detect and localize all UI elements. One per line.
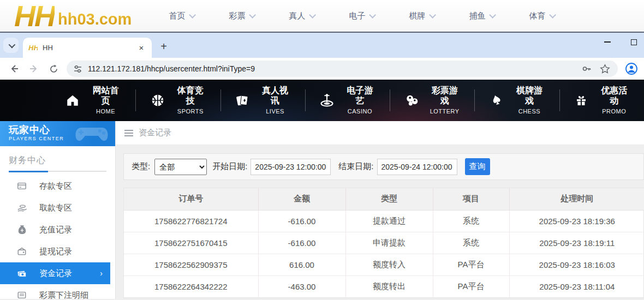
basketball-icon <box>149 92 166 109</box>
site-nav-label: 真人 <box>289 11 305 21</box>
chevron-down-icon <box>369 11 377 19</box>
site-logo[interactable]: HH hh03.com <box>14 3 132 28</box>
sidebar-section: 财务中心 <box>0 146 115 172</box>
cell-project: 系统 <box>433 232 509 254</box>
type-select[interactable]: 全部 <box>154 159 207 175</box>
cell-type: 提款通过 <box>345 210 433 232</box>
password-key-icon[interactable] <box>581 63 592 74</box>
site-nav-sports[interactable]: 体育 <box>529 11 554 21</box>
logo-hh-text: HH <box>14 3 55 28</box>
window-controls <box>601 33 640 51</box>
site-nav-home[interactable]: 首页 <box>169 11 194 21</box>
game-nav-en: SPORTS <box>177 108 204 115</box>
new-tab-button[interactable]: + <box>156 39 171 54</box>
gift-icon <box>573 92 590 109</box>
game-nav-zh: 网站首页 <box>93 86 119 105</box>
address-bar[interactable]: 112.121.172.181/hhcp/usercenter.html?ini… <box>67 61 618 77</box>
withdraw-record-icon <box>16 246 27 257</box>
roulette-icon <box>319 92 336 109</box>
sidebar-item-label: 取款专区 <box>39 203 72 213</box>
chevron-down-icon <box>490 11 497 19</box>
cell-amount: -616.00 <box>258 210 345 232</box>
game-nav-casino[interactable]: 电子游艺CASINO <box>306 88 390 112</box>
withdraw-hand-icon <box>16 202 27 213</box>
filter-bar: 类型: 全部 开始日期: 结束日期: 查询 <box>123 153 644 180</box>
avatar-icon <box>625 62 638 75</box>
recharge-bag-icon <box>16 224 27 235</box>
sidebar-item-deposit[interactable]: 存款专区 <box>0 175 115 197</box>
window-minimize-button[interactable] <box>601 36 613 48</box>
site-nav-label: 捕鱼 <box>469 11 485 21</box>
cell-amount: 616.00 <box>258 254 345 275</box>
cell-order-no: 1758622264342222 <box>124 275 258 297</box>
query-button[interactable]: 查询 <box>465 158 490 175</box>
game-nav-sports[interactable]: 体育竞技SPORTS <box>136 88 220 112</box>
cell-type: 申请提款 <box>345 232 433 254</box>
reload-button[interactable] <box>45 61 62 77</box>
window-maximize-button[interactable] <box>628 36 640 48</box>
table-row: 1758622751670415 -616.00 申请提款 系统 2025-09… <box>124 232 644 254</box>
section-divider <box>9 171 106 172</box>
site-nav-live[interactable]: 真人 <box>289 11 314 21</box>
hamburger-icon[interactable] <box>124 130 133 136</box>
col-header-order-no: 订单号 <box>124 188 258 210</box>
cell-time: 2025-09-23 18:16:03 <box>509 254 644 275</box>
omnibox-actions <box>581 63 610 74</box>
back-button[interactable] <box>6 61 22 77</box>
game-nav-promo[interactable]: 优惠活动PROMO <box>560 88 644 112</box>
game-nav-en: PROMO <box>602 108 626 115</box>
table-row: 1758622264342222 -463.00 额度转出 PA平台 2025-… <box>124 275 644 297</box>
col-header-project: 项目 <box>433 188 509 210</box>
site-nav-label: 彩票 <box>229 11 245 21</box>
game-nav-chess[interactable]: 棋牌游戏CHESS <box>475 88 559 112</box>
site-nav-lottery[interactable]: 彩票 <box>229 11 254 21</box>
spade-icon <box>488 92 505 109</box>
sidebar-item-funds-record[interactable]: 资金记录 › <box>0 262 110 284</box>
browser-tab[interactable]: HH HH × <box>23 38 152 58</box>
chevron-down-icon <box>309 11 317 19</box>
sidebar-header: 玩家中心 PLAYERS CENTER <box>0 121 115 146</box>
game-nav-lottery[interactable]: 彩票游戏LOTTERY <box>390 88 474 112</box>
site-nav-slots[interactable]: 电子 <box>349 11 374 21</box>
sidebar-item-withdraw-record[interactable]: 提现记录 <box>0 241 115 262</box>
game-nav-en: CHESS <box>518 108 540 115</box>
game-nav-zh: 电子游艺 <box>347 86 373 105</box>
table-header-row: 订单号 金额 类型 项目 处理时间 <box>124 188 644 210</box>
site-nav-fishing[interactable]: 捕鱼 <box>469 11 494 21</box>
bookmark-star-icon[interactable] <box>600 64 610 74</box>
cell-order-no: 1758622562909375 <box>124 254 258 275</box>
tab-close-icon[interactable]: × <box>136 43 146 53</box>
game-nav-zh: 彩票游戏 <box>432 86 458 105</box>
end-date-input[interactable] <box>377 159 457 175</box>
game-nav-zh: 体育竞技 <box>177 86 204 105</box>
chevron-down-icon <box>249 11 257 19</box>
sidebar-item-label: 存款专区 <box>39 181 72 191</box>
sidebar-item-bet-detail[interactable]: 彩票下注明细 <box>0 284 115 300</box>
sidebar-item-label: 充值记录 <box>39 225 72 235</box>
table-row: 1758622776821724 -616.00 提款通过 系统 2025-09… <box>124 210 644 232</box>
site-nav-label: 首页 <box>169 11 185 21</box>
start-date-label: 开始日期: <box>212 161 247 172</box>
site-nav-chess[interactable]: 棋牌 <box>409 11 434 21</box>
sidebar-item-withdraw[interactable]: 取款专区 <box>0 197 115 219</box>
table-row: 1758622562909375 616.00 额度转入 PA平台 2025-0… <box>124 254 644 275</box>
tab-search-button[interactable] <box>3 38 19 53</box>
start-date-input[interactable] <box>251 159 331 175</box>
cell-order-no: 1758622751670415 <box>124 232 258 254</box>
browser-profile-avatar[interactable] <box>623 61 640 77</box>
main-panel: 资金记录 类型: 全部 开始日期: 结束日期: 查询 <box>116 121 644 299</box>
game-nav-en: HOME <box>96 108 115 115</box>
sidebar-menu: 存款专区 取款专区 充值记录 <box>0 175 115 300</box>
game-nav-zh: 优惠活动 <box>601 86 627 105</box>
game-nav-home[interactable]: 网站首页HOME <box>51 88 135 112</box>
cell-time: 2025-09-23 18:19:36 <box>509 210 644 232</box>
game-nav-lives[interactable]: 真人视讯LIVES <box>221 88 305 112</box>
sidebar-item-recharge-record[interactable]: 充值记录 <box>0 219 115 241</box>
type-label: 类型: <box>132 161 150 172</box>
url-text[interactable]: 112.121.172.181/hhcp/usercenter.html?ini… <box>88 64 581 73</box>
forward-button[interactable] <box>26 61 42 77</box>
funds-record-icon <box>16 268 27 279</box>
game-nav-en: LOTTERY <box>430 108 460 115</box>
col-header-time: 处理时间 <box>509 188 644 210</box>
browser-tab-strip: HH HH × + <box>0 33 644 58</box>
